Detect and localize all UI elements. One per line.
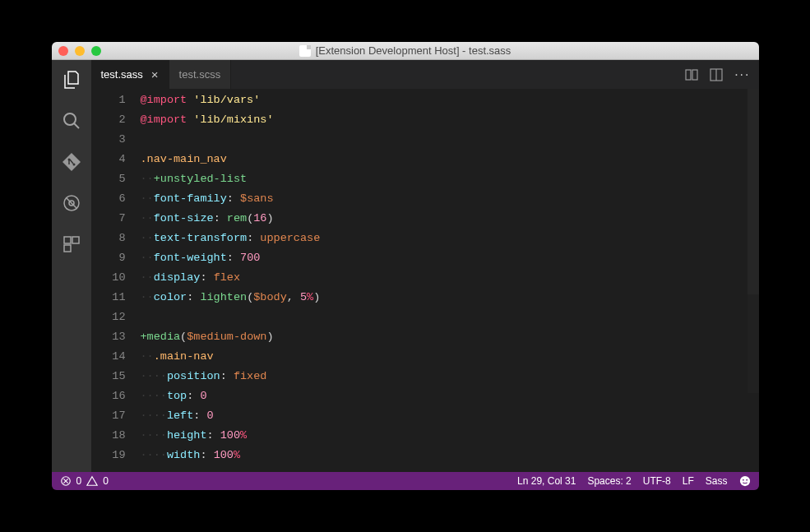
window-title: [Extension Development Host] - test.sass: [52, 44, 759, 57]
error-icon[interactable]: [60, 475, 72, 487]
error-count[interactable]: 0: [76, 475, 82, 487]
svg-point-13: [742, 479, 743, 481]
status-right: Ln 29, Col 31 Spaces: 2 UTF-8 LF Sass: [517, 475, 750, 487]
compare-changes-icon[interactable]: [685, 68, 698, 81]
svg-rect-6: [72, 237, 79, 243]
minimap-thumb[interactable]: [748, 89, 759, 294]
indent-info[interactable]: Spaces: 2: [587, 475, 631, 487]
svg-point-14: [746, 479, 748, 481]
app-window: [Extension Development Host] - test.sass: [52, 42, 759, 490]
extensions-icon: [62, 234, 81, 254]
tab-label: test.scss: [179, 68, 221, 81]
warning-count[interactable]: 0: [103, 475, 109, 487]
eol-info[interactable]: LF: [683, 475, 694, 487]
tab-test-scss[interactable]: test.scss: [169, 60, 232, 89]
svg-rect-5: [64, 237, 71, 243]
svg-point-0: [64, 113, 76, 125]
maximize-window-button[interactable]: [91, 46, 101, 56]
activity-search[interactable]: [60, 109, 83, 132]
code-content[interactable]: @import 'lib/vars'@import 'lib/mixins' .…: [141, 89, 748, 472]
git-icon: [62, 152, 81, 172]
svg-rect-8: [686, 70, 691, 80]
activity-bar: [52, 60, 91, 472]
minimap[interactable]: [748, 89, 759, 472]
file-icon: [299, 45, 311, 57]
activity-git[interactable]: [60, 150, 83, 173]
tab-label: test.sass: [101, 68, 143, 81]
minimize-window-button[interactable]: [75, 46, 85, 56]
debug-icon: [62, 193, 81, 213]
minimap-track: [748, 294, 759, 393]
app-body: test.sass × test.scss ··· 12345678910111…: [52, 60, 759, 472]
traffic-lights: [52, 46, 101, 56]
encoding-info[interactable]: UTF-8: [643, 475, 671, 487]
activity-files[interactable]: [60, 68, 83, 91]
search-icon: [62, 111, 81, 131]
cursor-position[interactable]: Ln 29, Col 31: [517, 475, 576, 487]
svg-rect-9: [692, 70, 697, 80]
tab-test-sass[interactable]: test.sass ×: [91, 60, 169, 89]
titlebar: [Extension Development Host] - test.sass: [52, 42, 759, 60]
status-bar: 0 0 Ln 29, Col 31 Spaces: 2 UTF-8 LF Sas…: [52, 472, 759, 490]
feedback-icon[interactable]: [739, 475, 751, 487]
more-actions-icon[interactable]: ···: [734, 67, 750, 82]
main-area: test.sass × test.scss ··· 12345678910111…: [91, 60, 759, 472]
tab-actions: ···: [685, 60, 758, 89]
split-editor-icon[interactable]: [710, 68, 723, 81]
activity-debug[interactable]: [60, 192, 83, 215]
close-icon[interactable]: ×: [151, 68, 159, 81]
warning-icon[interactable]: [86, 475, 98, 487]
status-left: 0 0: [60, 475, 109, 487]
editor[interactable]: 12345678910111213141516171819 @import 'l…: [91, 89, 759, 472]
tab-bar: test.sass × test.scss ···: [91, 60, 759, 89]
files-icon: [62, 70, 81, 90]
close-window-button[interactable]: [58, 46, 68, 56]
svg-point-12: [739, 476, 749, 486]
activity-extensions[interactable]: [60, 233, 83, 256]
window-title-text: [Extension Development Host] - test.sass: [316, 44, 511, 57]
line-gutter: 12345678910111213141516171819: [91, 89, 141, 472]
svg-rect-7: [64, 245, 71, 252]
language-mode[interactable]: Sass: [706, 475, 728, 487]
